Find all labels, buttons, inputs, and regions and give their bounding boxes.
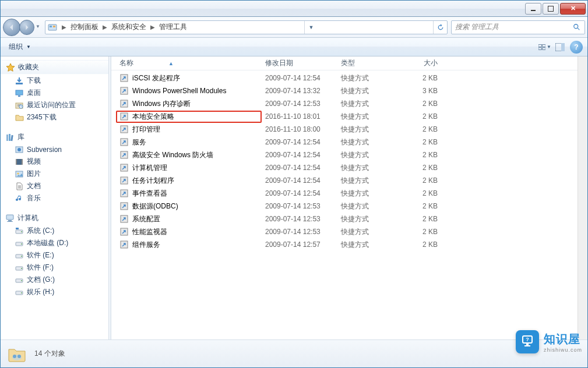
title-bar xyxy=(1,1,587,17)
sidebar-item[interactable]: 文档 xyxy=(1,180,108,192)
organize-menu[interactable]: 组织 ▼ xyxy=(5,40,34,54)
sidebar-item-label: 文档 (G:) xyxy=(27,275,55,285)
refresh-button[interactable] xyxy=(433,21,447,34)
file-row[interactable]: 组件服务2009-07-14 12:57快捷方式2 KB xyxy=(111,238,578,251)
file-size: 2 KB xyxy=(400,215,441,223)
file-row[interactable]: 性能监视器2009-07-14 12:53快捷方式2 KB xyxy=(111,225,578,238)
close-button[interactable] xyxy=(560,3,586,15)
file-row[interactable]: 系统配置2009-07-14 12:53快捷方式2 KB xyxy=(111,213,578,225)
sidebar-item[interactable]: 视频 xyxy=(1,155,108,168)
file-row[interactable]: 事件查看器2009-07-14 12:54快捷方式2 KB xyxy=(111,187,578,200)
shortcut-icon xyxy=(119,163,129,172)
sidebar-item[interactable]: 图片 xyxy=(1,168,108,180)
svg-rect-5 xyxy=(543,44,545,47)
back-button[interactable] xyxy=(3,19,20,36)
navigation-bar: ▼ ▶ 控制面板 ▶ 系统和安全 ▶ 管理工具 ▼ 搜索 管理工具 xyxy=(1,17,587,38)
shortcut-icon xyxy=(119,150,129,160)
svg-point-56 xyxy=(13,355,16,358)
watermark-badge-icon: ? xyxy=(516,330,539,353)
watermark-sub: zhishiwu.com xyxy=(544,347,582,353)
file-name: 组件服务 xyxy=(132,240,160,250)
favorites-header[interactable]: 收藏夹 xyxy=(1,60,108,75)
file-row[interactable]: 数据源(ODBC)2009-07-14 12:53快捷方式2 KB xyxy=(111,200,578,213)
column-date[interactable]: 修改日期 xyxy=(262,58,337,68)
sidebar-item[interactable]: 音乐 xyxy=(1,192,108,204)
drive-icon xyxy=(15,239,24,248)
help-button[interactable]: ? xyxy=(570,41,583,54)
file-row[interactable]: 本地安全策略2016-11-10 18:01快捷方式2 KB xyxy=(111,110,578,123)
breadcrumb-item[interactable]: 控制面板 xyxy=(69,22,100,32)
navigation-pane[interactable]: 收藏夹 下载桌面最近访问的位置2345下载 库 Subversion视频图片文档… xyxy=(1,56,109,339)
watermark: ? 知识屋 zhishiwu.com xyxy=(516,330,582,353)
file-name: 任务计划程序 xyxy=(132,176,174,186)
control-panel-icon xyxy=(47,22,58,33)
svg-rect-12 xyxy=(18,95,20,97)
file-row[interactable]: iSCSI 发起程序2009-07-14 12:54快捷方式2 KB xyxy=(111,72,578,84)
favorites-label: 收藏夹 xyxy=(18,62,39,72)
breadcrumb-item[interactable]: 系统和安全 xyxy=(110,22,148,32)
search-box[interactable]: 搜索 管理工具 xyxy=(451,20,585,34)
svg-point-36 xyxy=(21,268,22,269)
maximize-button[interactable] xyxy=(543,3,559,15)
nav-history-dropdown[interactable]: ▼ xyxy=(36,24,40,29)
sidebar-item-label: Subversion xyxy=(27,146,62,154)
breadcrumb-dropdown[interactable]: ▼ xyxy=(304,21,318,34)
drive-icon xyxy=(15,263,24,273)
svg-rect-21 xyxy=(16,159,17,165)
drive-icon xyxy=(15,275,24,285)
forward-arrow-icon xyxy=(24,24,30,30)
nav-buttons: ▼ xyxy=(3,19,41,36)
file-row[interactable]: 任务计划程序2009-07-14 12:54快捷方式2 KB xyxy=(111,174,578,187)
file-row[interactable]: Windows 内存诊断2009-07-14 12:53快捷方式2 KB xyxy=(111,97,578,110)
file-list[interactable]: iSCSI 发起程序2009-07-14 12:54快捷方式2 KBWindow… xyxy=(111,70,578,339)
sidebar-item[interactable]: 最近访问的位置 xyxy=(1,99,108,111)
shortcut-icon xyxy=(119,176,129,185)
file-name: 性能监视器 xyxy=(132,227,167,237)
vertical-scrollbar[interactable] xyxy=(578,56,587,339)
file-type: 快捷方式 xyxy=(337,112,400,122)
svg-rect-30 xyxy=(16,228,19,229)
sidebar-item-label: 本地磁盘 (D:) xyxy=(27,238,68,248)
file-row[interactable]: Windows PowerShell Modules2009-07-14 13:… xyxy=(111,84,578,97)
chevron-right-icon[interactable]: ▶ xyxy=(59,24,69,30)
desktop-icon xyxy=(15,89,24,98)
sidebar-item[interactable]: 2345下载 xyxy=(1,111,108,123)
computer-section: 计算机 系统 (C:)本地磁盘 (D:)软件 (E:)软件 (F:)文档 (G:… xyxy=(1,211,108,298)
file-row[interactable]: 打印管理2016-11-10 18:00快捷方式2 KB xyxy=(111,123,578,136)
file-name: 系统配置 xyxy=(132,214,160,224)
breadcrumb-item[interactable]: 管理工具 xyxy=(157,22,189,32)
file-row[interactable]: 高级安全 Windows 防火墙2009-07-14 12:54快捷方式2 KB xyxy=(111,148,578,161)
sidebar-item[interactable]: 娱乐 (H:) xyxy=(1,286,108,298)
forward-button[interactable] xyxy=(19,20,34,35)
chevron-right-icon[interactable]: ▶ xyxy=(148,24,157,30)
file-size: 2 KB xyxy=(400,164,441,172)
sidebar-item[interactable]: 本地磁盘 (D:) xyxy=(1,237,108,249)
sidebar-item-label: 系统 (C:) xyxy=(27,226,54,236)
computer-header[interactable]: 计算机 xyxy=(1,211,108,225)
column-type[interactable]: 类型 xyxy=(337,58,400,68)
sidebar-item-label: 娱乐 (H:) xyxy=(27,287,54,297)
sidebar-item[interactable]: 软件 (F:) xyxy=(1,261,108,274)
breadcrumb[interactable]: ▶ 控制面板 ▶ 系统和安全 ▶ 管理工具 ▼ xyxy=(45,20,448,34)
preview-pane-button[interactable] xyxy=(554,41,566,54)
view-options-button[interactable]: ▼ xyxy=(538,41,551,54)
shortcut-icon xyxy=(119,227,129,236)
file-row[interactable]: 服务2009-07-14 12:54快捷方式2 KB xyxy=(111,136,578,148)
sidebar-item[interactable]: 下载 xyxy=(1,75,108,87)
sidebar-item-label: 视频 xyxy=(27,157,41,167)
sidebar-item[interactable]: 桌面 xyxy=(1,87,108,99)
libraries-header[interactable]: 库 xyxy=(1,130,108,144)
svg-rect-4 xyxy=(538,44,541,47)
column-size[interactable]: 大小 xyxy=(400,58,441,68)
favorites-section: 收藏夹 下载桌面最近访问的位置2345下载 xyxy=(1,60,108,123)
file-name: Windows PowerShell Modules xyxy=(132,87,226,95)
file-row[interactable]: 计算机管理2009-07-14 12:54快捷方式2 KB xyxy=(111,161,578,174)
sidebar-item[interactable]: 软件 (E:) xyxy=(1,249,108,261)
sidebar-item[interactable]: Subversion xyxy=(1,144,108,155)
sidebar-item[interactable]: 系统 (C:) xyxy=(1,225,108,237)
column-name[interactable]: 名称▲ xyxy=(116,58,262,68)
sidebar-item[interactable]: 文档 (G:) xyxy=(1,274,108,286)
chevron-right-icon[interactable]: ▶ xyxy=(100,24,110,30)
minimize-button[interactable] xyxy=(525,3,541,15)
file-name: Windows 内存诊断 xyxy=(132,99,191,109)
